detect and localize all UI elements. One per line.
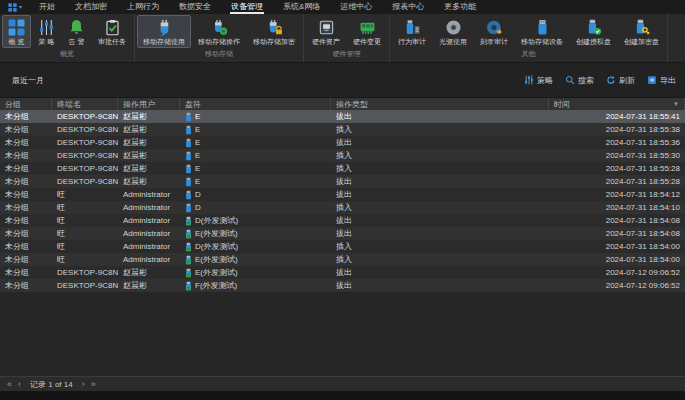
menu-item-start[interactable]: 开始 xyxy=(29,0,65,14)
menu-item-data-security[interactable]: 数据安全 xyxy=(169,0,221,14)
cell-time: 2024-07-31 18:55:36 xyxy=(549,136,685,149)
table-row[interactable]: 未分组DESKTOP-9C8NA80赵晨彬E插入2024-07-31 18:55… xyxy=(0,162,685,175)
refresh-button-label: 刷新 xyxy=(619,75,635,86)
ribbon-button-burn-audit[interactable]: 刻录审计 xyxy=(474,15,514,48)
column-header-group[interactable]: 分组 xyxy=(0,98,52,110)
column-header-operation-type[interactable]: 操作类型 xyxy=(331,98,549,110)
pager-prev-page-button[interactable]: ‹ xyxy=(17,380,22,389)
column-header-time[interactable]: 时间▼ xyxy=(549,98,685,110)
pager-first-page-button[interactable]: « xyxy=(6,380,13,389)
cell-terminal: 旺 xyxy=(52,188,118,201)
table-row[interactable]: 未分组DESKTOP-9C8NA80赵晨彬E(外发测试)拔出2024-07-12… xyxy=(0,266,685,279)
cell-time: 2024-07-31 18:54:00 xyxy=(549,253,685,266)
menu-bar: ▾ 开始文档加密上网行为数据安全设备管理系统&网络运维中心报表中心更多功能 xyxy=(0,0,685,14)
ribbon-button-removable-storage-encryption[interactable]: 移动存储加密 xyxy=(247,15,301,48)
column-header-operator[interactable]: 操作用户 xyxy=(118,98,180,110)
cell-terminal: 旺 xyxy=(52,214,118,227)
cell-drive: D(外发测试) xyxy=(180,214,331,227)
cell-drive: E xyxy=(180,162,331,175)
ribbon-button-behavior-audit[interactable]: 行为审计 xyxy=(392,15,432,48)
menu-item-device-management[interactable]: 设备管理 xyxy=(221,0,273,14)
usb-device-icon xyxy=(534,19,551,36)
search-button[interactable]: 搜索 xyxy=(565,75,594,86)
ribbon-group-overview: 概 览策 略告 警审批任务概览 xyxy=(0,14,135,62)
date-range-chip[interactable]: 最近一月 xyxy=(9,75,44,86)
cell-terminal: DESKTOP-9C8NA80 xyxy=(52,175,118,188)
table-row[interactable]: 未分组DESKTOP-9C8NA80赵晨彬E拔出2024-07-31 18:55… xyxy=(0,136,685,149)
ribbon-button-label: 硬件变更 xyxy=(353,38,381,46)
cell-group: 未分组 xyxy=(0,253,52,266)
ribbon-button-cd-usage[interactable]: 光驱使用 xyxy=(433,15,473,48)
cell-drive-label: E xyxy=(195,138,200,147)
ribbon-button-overview[interactable]: 概 览 xyxy=(2,15,31,48)
cell-drive: E(外发测试) xyxy=(180,266,331,279)
cell-drive-label: E(外发测试) xyxy=(195,228,238,239)
menu-item-internet-behavior[interactable]: 上网行为 xyxy=(117,0,169,14)
ribbon-button-removable-storage-operation[interactable]: 移动存储操作 xyxy=(192,15,246,48)
window-bottom-edge xyxy=(0,391,685,400)
ribbon-button-alerts[interactable]: 告 警 xyxy=(62,15,91,48)
ribbon-button-removable-storage-devices[interactable]: 移动存储设备 xyxy=(515,15,569,48)
records-table: 分组终端名操作用户盘符操作类型时间▼ 未分组DESKTOP-9C8NA80赵晨彬… xyxy=(0,98,685,376)
filter-bar: 最近一月 策略搜索刷新导出 xyxy=(0,63,685,98)
clipboard-check-icon xyxy=(104,19,121,36)
ribbon-group-title: 其他 xyxy=(392,48,665,62)
pager-next-page-button[interactable]: › xyxy=(81,380,86,389)
cell-time: 2024-07-31 18:55:41 xyxy=(549,110,685,123)
cell-drive-label: D xyxy=(195,190,201,199)
menu-item-ops-center[interactable]: 运维中心 xyxy=(330,0,382,14)
cell-operator: 赵晨彬 xyxy=(118,123,180,136)
column-header-label: 分组 xyxy=(5,99,21,110)
table-row[interactable]: 未分组旺AdministratorD拔出2024-07-31 18:54:12 xyxy=(0,188,685,201)
cell-group: 未分组 xyxy=(0,110,52,123)
ribbon-button-removable-storage-usage[interactable]: 移动存储使用 xyxy=(137,15,191,48)
policy-button[interactable]: 策略 xyxy=(524,75,553,86)
column-header-drive[interactable]: 盘符 xyxy=(180,98,331,110)
ribbon-button-hardware-assets[interactable]: 硬件资产 xyxy=(306,15,346,48)
cell-operation-type: 拔出 xyxy=(331,110,549,123)
cell-operation-type: 拔出 xyxy=(331,175,549,188)
menu-item-doc-encryption[interactable]: 文档加密 xyxy=(65,0,117,14)
ribbon: 概 览策 略告 警审批任务概览移动存储使用移动存储操作移动存储加密移动存储硬件资… xyxy=(0,14,685,63)
cell-group: 未分组 xyxy=(0,136,52,149)
table-row[interactable]: 未分组旺AdministratorD(外发测试)插入2024-07-31 18:… xyxy=(0,240,685,253)
table-row[interactable]: 未分组DESKTOP-9C8NA80赵晨彬E插入2024-07-31 18:55… xyxy=(0,123,685,136)
ribbon-button-label: 概 览 xyxy=(9,38,25,46)
table-row[interactable]: 未分组DESKTOP-9C8NA80赵晨彬F(外发测试)拔出2024-07-12… xyxy=(0,279,685,292)
ribbon-button-hardware-changes[interactable]: 硬件变更 xyxy=(347,15,387,48)
cell-operation-type: 插入 xyxy=(331,149,549,162)
ribbon-button-approval-tasks[interactable]: 审批任务 xyxy=(92,15,132,48)
table-row[interactable]: 未分组DESKTOP-9C8NA80赵晨彬E拔出2024-07-31 18:55… xyxy=(0,110,685,123)
table-row[interactable]: 未分组DESKTOP-9C8NA80赵晨彬E插入2024-07-31 18:55… xyxy=(0,149,685,162)
pager-last-page-button[interactable]: » xyxy=(90,380,97,389)
table-row[interactable]: 未分组DESKTOP-9C8NA80赵晨彬E拔出2024-07-31 18:55… xyxy=(0,175,685,188)
ribbon-button-policy[interactable]: 策 略 xyxy=(32,15,61,48)
refresh-button[interactable]: 刷新 xyxy=(606,75,635,86)
cell-operation-type: 拔出 xyxy=(331,136,549,149)
cell-operator: 赵晨彬 xyxy=(118,162,180,175)
export-button[interactable]: 导出 xyxy=(647,75,676,86)
table-row[interactable]: 未分组旺AdministratorE(外发测试)拔出2024-07-31 18:… xyxy=(0,227,685,240)
cell-operator: 赵晨彬 xyxy=(118,279,180,292)
usb-green-icon xyxy=(185,268,192,278)
table-row[interactable]: 未分组旺AdministratorD插入2024-07-31 18:54:10 xyxy=(0,201,685,214)
app-menu-button[interactable]: ▾ xyxy=(3,0,29,14)
cell-terminal: DESKTOP-9C8NA80 xyxy=(52,266,118,279)
cell-group: 未分组 xyxy=(0,123,52,136)
column-header-terminal[interactable]: 终端名 xyxy=(52,98,118,110)
usb-blue-icon xyxy=(185,203,192,213)
table-header: 分组终端名操作用户盘符操作类型时间▼ xyxy=(0,98,685,110)
menu-item-system-network[interactable]: 系统&网络 xyxy=(273,0,330,14)
ribbon-button-create-authorized-disk[interactable]: 创建授权盘 xyxy=(570,15,617,48)
ribbon-button-label: 刻录审计 xyxy=(480,38,508,46)
refresh-icon xyxy=(606,75,616,85)
menu-item-report-center[interactable]: 报表中心 xyxy=(382,0,434,14)
menu-item-more-features[interactable]: 更多功能 xyxy=(434,0,486,14)
cell-drive-label: E xyxy=(195,151,200,160)
column-header-label: 操作类型 xyxy=(336,99,368,110)
behavior-audit-icon xyxy=(404,19,421,36)
ribbon-group-others: 行为审计光驱使用刻录审计移动存储设备创建授权盘创建加密盘其他 xyxy=(390,14,668,62)
table-row[interactable]: 未分组旺AdministratorE(外发测试)插入2024-07-31 18:… xyxy=(0,253,685,266)
table-row[interactable]: 未分组旺AdministratorD(外发测试)拔出2024-07-31 18:… xyxy=(0,214,685,227)
ribbon-button-create-encrypted-disk[interactable]: 创建加密盘 xyxy=(618,15,665,48)
